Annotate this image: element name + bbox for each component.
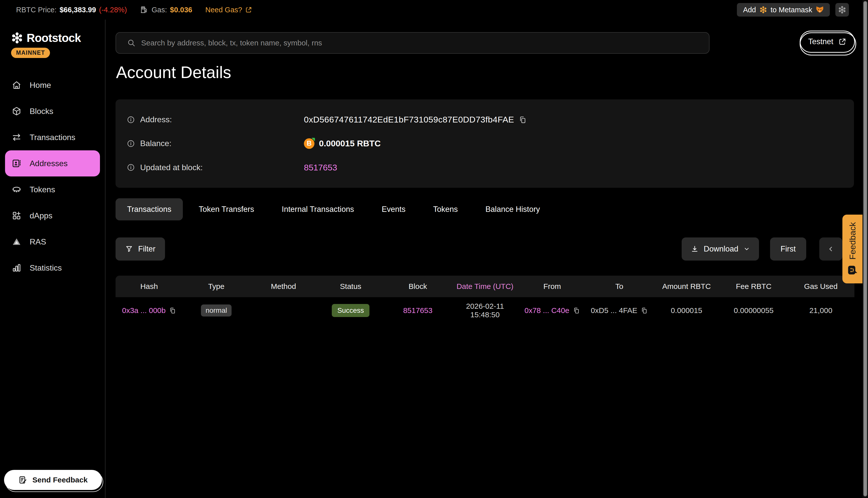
tab-transactions[interactable]: Transactions [116,198,183,220]
tab-events[interactable]: Events [368,198,419,220]
column-header-from[interactable]: From [519,282,586,291]
external-link-icon [838,38,846,46]
column-header-datetime[interactable]: Date Time (UTC) [451,282,518,291]
account-details-card: Address: 0xD566747611742EdE1bF731059c87E… [116,100,854,188]
sidebar-item-transactions[interactable]: Transactions [0,124,105,150]
feedback-tab-label: Feedback [848,222,857,260]
chevron-down-icon [743,246,750,252]
price-label: RBTC Price: [16,6,56,14]
brand-logo[interactable]: Rootstock [0,19,105,45]
add-label: Add [743,6,756,14]
from-address-link[interactable]: 0x78 ... C40e [524,306,569,315]
chevron-left-icon [827,245,834,253]
tab-internal-transactions[interactable]: Internal Transactions [268,198,368,220]
download-icon [691,245,699,253]
testnet-button[interactable]: Testnet [800,31,855,53]
download-label: Download [704,245,738,253]
rootstock-widget-button[interactable] [835,3,849,16]
sidebar-item-blocks[interactable]: Blocks [0,98,105,124]
gas-value: $0.036 [170,6,192,14]
sidebar-item-dapps[interactable]: dApps [0,202,105,229]
filter-funnel-icon [125,245,133,253]
column-header-to[interactable]: To [586,282,653,291]
info-icon[interactable] [127,139,135,148]
column-header-fee[interactable]: Fee RBTC [720,282,787,291]
column-header-type[interactable]: Type [183,282,250,291]
info-icon[interactable] [127,163,135,172]
feedback-smiley-icon [847,264,858,276]
sidebar-item-label: Addresses [30,159,67,168]
cell-block: 8517653 [384,306,451,315]
search-icon [127,39,135,47]
cell-amount: 0.000015 [653,306,720,315]
ras-icon [11,237,22,247]
first-page-button[interactable]: First [770,237,806,261]
note-pencil-icon [18,475,27,484]
copy-to-button[interactable] [641,307,648,314]
sidebar-item-tokens[interactable]: Tokens [0,176,105,202]
need-gas-label: Need Gas? [205,6,242,14]
gas-pump-icon [140,5,149,14]
send-feedback-button[interactable]: Send Feedback [4,470,102,490]
cell-fee: 0.00000055 [720,306,787,315]
info-icon[interactable] [127,116,135,124]
block-link[interactable]: 8517653 [403,306,432,315]
column-header-method[interactable]: Method [250,282,317,291]
search-input[interactable] [141,32,709,53]
price-value: $66,383.99 [60,6,96,14]
download-button[interactable]: Download [682,237,759,261]
updated-at-block-label: Updated at block: [140,163,203,172]
cell-datetime: 2026-02-11 15:48:50 [451,302,518,319]
balance-label: Balance: [140,139,171,148]
sidebar-item-label: Home [30,81,51,90]
cell-type: normal [183,304,250,316]
feedback-tab[interactable]: Feedback [842,214,863,284]
addresses-icon [11,158,22,168]
sidebar-item-label: Blocks [30,107,53,116]
sidebar-nav: Home Blocks Transactions [0,72,105,281]
cell-gas-used: 21,000 [787,306,854,315]
tab-tokens[interactable]: Tokens [419,198,471,220]
copy-from-button[interactable] [573,307,580,314]
rbtc-price: RBTC Price: $66,383.99 (-4.28%) [16,6,127,14]
cell-to: 0xD5 ... 4FAE [586,306,653,315]
blocks-icon [11,106,22,116]
add-to-metamask-button[interactable]: Add to Metamask [737,3,830,16]
send-feedback-label: Send Feedback [33,476,88,484]
scrollbar-track[interactable] [863,0,868,498]
home-icon [11,80,22,90]
sidebar-item-statistics[interactable]: Statistics [0,255,105,281]
copy-address-button[interactable] [519,116,527,124]
column-header-amount[interactable]: Amount RBTC [653,282,720,291]
column-header-gas-used[interactable]: Gas Used [787,282,854,291]
updated-block-link[interactable]: 8517653 [304,163,337,172]
filter-button[interactable]: Filter [116,237,165,261]
table-row: 0x3a ... 000b normal Success 8517653 202… [116,297,854,324]
statistics-icon [11,263,22,273]
tab-token-transfers[interactable]: Token Transfers [185,198,268,220]
column-header-block[interactable]: Block [384,282,451,291]
rootstock-token-icon [760,6,767,14]
network-badge[interactable]: MAINNET [11,48,50,58]
sidebar-item-ras[interactable]: RAS [0,229,105,255]
scrollbar-thumb[interactable] [863,1,867,497]
transactions-table: Hash Type Method Status Block Date Time … [116,276,854,324]
need-gas-link[interactable]: Need Gas? [205,6,252,14]
column-header-status[interactable]: Status [317,282,384,291]
sidebar-item-home[interactable]: Home [0,72,105,98]
dapps-icon [11,211,22,221]
gas-price: Gas: $0.036 [140,5,192,14]
sidebar-item-addresses[interactable]: Addresses [5,150,100,176]
column-header-hash[interactable]: Hash [116,282,183,291]
to-address: 0xD5 ... 4FAE [591,306,637,315]
tx-hash-link[interactable]: 0x3a ... 000b [122,306,166,315]
status-badge: Success [332,304,370,317]
rootstock-logo-icon [11,32,23,44]
address-label: Address: [140,115,172,124]
tab-balance-history[interactable]: Balance History [472,198,554,220]
sidebar-item-label: dApps [30,211,52,220]
tokens-icon [11,184,22,195]
previous-page-button[interactable] [819,237,842,261]
sidebar-item-label: Transactions [30,133,75,142]
copy-hash-button[interactable] [169,307,176,314]
